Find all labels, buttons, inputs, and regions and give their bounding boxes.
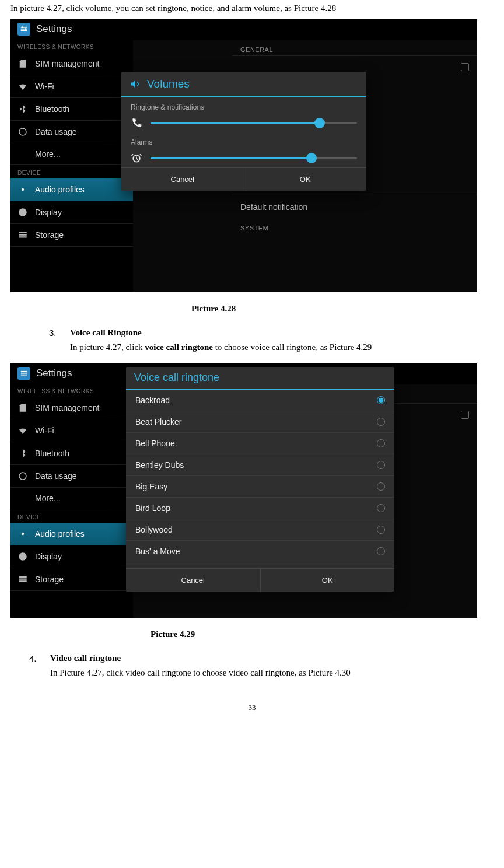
radio-icon[interactable]: [377, 439, 385, 447]
storage-icon: [18, 230, 28, 240]
ringtone-option-label: Bell Phone: [135, 439, 175, 448]
slider-fill: [150, 158, 312, 159]
ringtone-option[interactable]: Cairo: [126, 562, 394, 568]
bluetooth-icon: [18, 104, 28, 114]
cancel-button[interactable]: Cancel: [121, 168, 244, 191]
ringtone-option[interactable]: Bird Loop: [126, 498, 394, 519]
sidebar-item-data[interactable]: Data usage: [10, 465, 133, 488]
svg-point-17: [22, 533, 24, 536]
text-part: to choose voice call ringtone, as Pictur…: [213, 342, 372, 352]
wifi-icon: [18, 425, 28, 436]
radio-icon[interactable]: [377, 482, 385, 491]
data-usage-icon: [18, 127, 28, 137]
svg-point-18: [19, 552, 27, 561]
data-usage-icon: [18, 471, 28, 481]
sidebar-item-display[interactable]: Display: [10, 545, 133, 568]
text-part: In picture 4.27, click: [70, 342, 145, 352]
sidebar-item-more[interactable]: More...: [10, 488, 133, 509]
radio-icon[interactable]: [377, 504, 385, 512]
ringtone-option[interactable]: Backroad: [126, 390, 394, 411]
cancel-button[interactable]: Cancel: [126, 569, 260, 592]
sim-icon: [18, 402, 28, 413]
section-3: 3. Voice call Ringtone In picture 4.27, …: [49, 328, 494, 354]
sidebar-item-bluetooth[interactable]: Bluetooth: [10, 442, 133, 465]
ringtone-option[interactable]: Bentley Dubs: [126, 454, 394, 476]
ringtone-dialog: Voice call ringtone BackroadBeat Plucker…: [126, 367, 394, 592]
sidebar-label: Storage: [35, 575, 64, 584]
sidebar-label: Audio profiles: [35, 529, 85, 538]
svg-rect-21: [19, 580, 27, 582]
svg-point-16: [19, 473, 26, 480]
dialog-title: Voice call ringtone: [126, 367, 394, 390]
ringtone-option-label: Bus' a Move: [135, 547, 180, 556]
ringtone-option[interactable]: Bus' a Move: [126, 541, 394, 562]
sidebar-item-data[interactable]: Data usage: [10, 121, 133, 144]
radio-icon[interactable]: [377, 418, 385, 426]
svg-rect-13: [21, 371, 27, 372]
ringtone-option-label: Bentley Dubs: [135, 460, 184, 470]
sidebar-item-storage[interactable]: Storage: [10, 568, 133, 591]
ringtone-option-label: Bird Loop: [135, 503, 170, 513]
dialog-title-text: Voice call ringtone: [134, 372, 219, 384]
ringtone-list[interactable]: BackroadBeat PluckerBell PhoneBentley Du…: [126, 390, 394, 568]
category-wireless: WIRELESS & NETWORKS: [10, 383, 133, 397]
section-3-title: Voice call Ringtone: [70, 328, 372, 338]
ok-button[interactable]: OK: [244, 168, 367, 191]
volume-row-ringtone: Ringtone & notifications: [121, 97, 366, 132]
sidebar-item-audio[interactable]: Audio profiles: [10, 523, 133, 545]
section-4-title: Video call ringtone: [50, 653, 351, 663]
radio-icon[interactable]: [377, 396, 385, 404]
caption-429: Picture 4.29: [150, 629, 494, 639]
sidebar-item-audio[interactable]: Audio profiles: [10, 178, 133, 201]
ringtone-option[interactable]: Bollywood: [126, 519, 394, 541]
volume-icon: [130, 78, 141, 90]
svg-rect-19: [19, 576, 27, 578]
section-4: 4. Video call ringtone In Picture 4.27, …: [29, 653, 494, 680]
sidebar-item-more[interactable]: More...: [10, 144, 133, 165]
checkbox-empty-icon[interactable]: [461, 63, 469, 71]
checkbox-empty-icon[interactable]: [461, 411, 469, 419]
ringtone-option-label: Backroad: [135, 396, 170, 405]
radio-icon[interactable]: [377, 547, 385, 555]
slider-thumb[interactable]: [306, 153, 317, 163]
sidebar-item-bluetooth[interactable]: Bluetooth: [10, 98, 133, 121]
radio-icon[interactable]: [377, 526, 385, 534]
ringtone-option[interactable]: Bell Phone: [126, 433, 394, 454]
sidebar-label: Data usage: [35, 127, 77, 136]
ringtone-slider[interactable]: [150, 123, 357, 124]
category-device: DEVICE: [10, 165, 133, 178]
ok-button[interactable]: OK: [260, 569, 395, 592]
volume-label-alarms: Alarms: [131, 138, 357, 146]
section-3-text: In picture 4.27, click voice call ringto…: [70, 340, 372, 354]
slider-thumb[interactable]: [314, 118, 325, 128]
sidebar-item-wifi[interactable]: Wi-Fi: [10, 419, 133, 442]
svg-rect-11: [19, 236, 27, 237]
svg-point-4: [24, 28, 26, 30]
slider-fill: [150, 123, 320, 124]
svg-rect-10: [19, 235, 27, 236]
sidebar-item-display[interactable]: Display: [10, 201, 133, 224]
sidebar-item-storage[interactable]: Storage: [10, 224, 133, 247]
sidebar-item-sim[interactable]: SIM management: [10, 52, 133, 75]
dialog-title: Volumes: [121, 72, 366, 97]
alarms-slider[interactable]: [150, 158, 357, 159]
sidebar-label: Wi-Fi: [35, 82, 54, 91]
main-row-default-notification[interactable]: Default notification: [232, 195, 477, 219]
screenshot-volumes: Settings WIRELESS & NETWORKS SIM managem…: [10, 19, 477, 292]
volume-row-alarms: Alarms: [121, 132, 366, 167]
settings-title: Settings: [36, 368, 72, 379]
list-number-4: 4.: [29, 653, 50, 680]
radio-icon[interactable]: [377, 461, 385, 469]
settings-sidebar: WIRELESS & NETWORKS SIM management Wi-Fi…: [10, 39, 133, 247]
ringtone-option[interactable]: Big Easy: [126, 476, 394, 498]
sidebar-label: Storage: [35, 230, 64, 240]
ringtone-option[interactable]: Beat Plucker: [126, 411, 394, 433]
phone-icon: [131, 117, 142, 129]
audio-icon: [18, 184, 28, 195]
sidebar-item-wifi[interactable]: Wi-Fi: [10, 75, 133, 98]
audio-icon: [18, 528, 28, 539]
sidebar-item-sim[interactable]: SIM management: [10, 397, 133, 419]
svg-point-6: [19, 128, 26, 135]
settings-header: Settings: [10, 19, 477, 39]
caption-428: Picture 4.28: [191, 304, 494, 314]
